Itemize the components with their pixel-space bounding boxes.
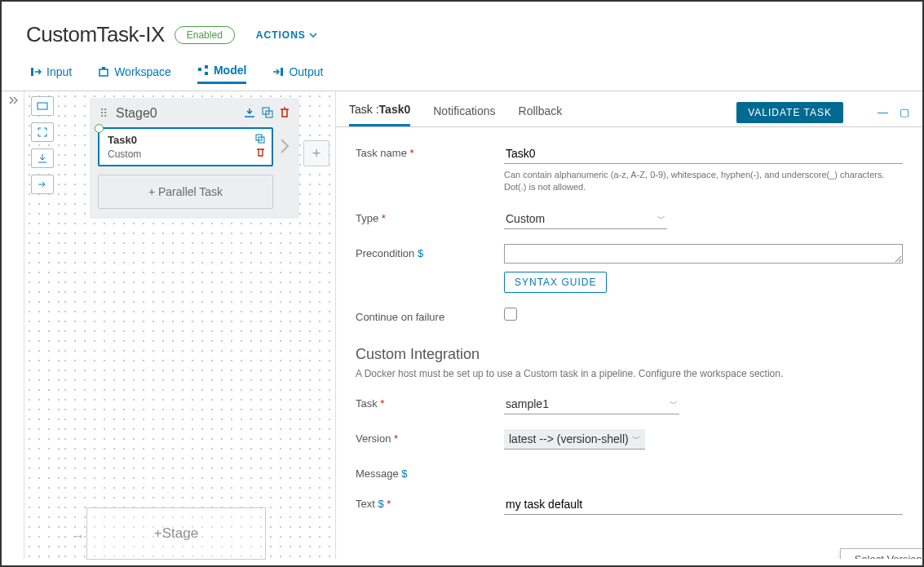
stage-card[interactable]: ⠿ Stage0 Task0 Custom <box>90 98 299 219</box>
svg-rect-4 <box>205 65 208 69</box>
task-name-hint: Can contain alphanumeric (a-z, A-Z, 0-9)… <box>504 169 903 194</box>
download-icon <box>38 153 47 163</box>
task-card[interactable]: Task0 Custom <box>98 127 273 166</box>
tab-model-label: Model <box>214 64 246 77</box>
stage-copy-icon[interactable] <box>262 107 273 121</box>
panel-tab-task-name: Task0 <box>379 103 411 116</box>
task-select-label: Task <box>356 394 494 410</box>
screen-icon <box>37 102 48 110</box>
task-select-value: sample1 <box>506 397 549 410</box>
tab-workspace[interactable]: Workspace <box>98 64 171 84</box>
tab-model[interactable]: Model <box>197 64 246 84</box>
task-select[interactable]: sample1 ﹀ <box>504 394 679 414</box>
version-select-value: latest --> (version-shell) <box>509 432 629 445</box>
stage-delete-icon[interactable] <box>280 107 290 121</box>
workspace-icon <box>98 66 109 78</box>
sequence-arrow-icon <box>280 137 291 155</box>
type-select-value: Custom <box>506 212 545 225</box>
drag-handle-icon[interactable]: ⠿ <box>99 107 109 120</box>
arrow-right-icon <box>38 180 47 188</box>
continue-on-failure-checkbox[interactable] <box>504 308 517 321</box>
validate-task-button[interactable]: VALIDATE TASK <box>736 102 843 123</box>
svg-rect-6 <box>281 68 283 76</box>
version-option-placeholder[interactable]: --Select Version-- <box>841 549 922 559</box>
stage-name: Stage0 <box>116 106 237 121</box>
chevron-down-icon <box>309 33 317 38</box>
tab-input-label: Input <box>46 65 72 78</box>
iconbar-arrow[interactable] <box>31 175 54 194</box>
task-name: Task0 <box>108 134 137 146</box>
task-status-icon <box>95 124 104 133</box>
maximize-icon[interactable]: ▢ <box>900 106 909 118</box>
precondition-label: Precondition <box>356 244 494 259</box>
svg-rect-1 <box>99 69 108 76</box>
version-dropdown-list: --Select Version-- latest --> (version-s… <box>840 548 922 559</box>
add-parallel-task-button[interactable]: + Parallel Task <box>98 175 273 209</box>
svg-rect-2 <box>102 67 105 69</box>
task-name-label: Task name <box>356 144 494 159</box>
model-icon <box>197 64 209 76</box>
text-label: Text $ * <box>356 494 494 510</box>
stage-flow-arrow-icon: → <box>70 528 85 545</box>
task-delete-icon[interactable] <box>256 148 265 160</box>
task-name-input[interactable] <box>504 144 903 164</box>
chevron-down-icon: ﹀ <box>657 213 665 224</box>
message-label: Message <box>356 464 494 480</box>
type-label: Type <box>356 209 494 224</box>
section-subtitle: A Docker host must be set up to use a Cu… <box>356 368 903 379</box>
output-icon <box>272 66 284 78</box>
precondition-input[interactable] <box>504 244 903 264</box>
add-stage-button[interactable]: +Stage <box>86 507 266 560</box>
task-copy-icon[interactable] <box>255 134 265 146</box>
input-icon <box>30 66 42 78</box>
chevron-down-icon: ﹀ <box>632 433 640 445</box>
section-title: Custom Integration <box>356 346 903 363</box>
fit-icon <box>38 127 47 137</box>
actions-menu[interactable]: ACTIONS <box>256 29 317 41</box>
panel-tab-notifications[interactable]: Notifications <box>433 100 495 126</box>
panel-tab-task[interactable]: Task :Task0 <box>349 98 410 126</box>
svg-rect-3 <box>198 68 201 71</box>
iconbar-screen[interactable] <box>31 96 54 116</box>
type-select[interactable]: Custom ﹀ <box>504 209 667 229</box>
continue-label: Continue on failure <box>356 308 494 323</box>
svg-rect-5 <box>205 72 208 75</box>
expand-gutter-icon[interactable] <box>8 96 18 104</box>
version-select[interactable]: latest --> (version-shell) ﹀ <box>504 429 645 450</box>
minimize-icon[interactable]: — <box>878 106 888 118</box>
svg-rect-7 <box>38 103 47 109</box>
task-type: Custom <box>108 148 141 160</box>
syntax-guide-button[interactable]: SYNTAX GUIDE <box>504 272 607 293</box>
tab-output-label: Output <box>289 65 323 78</box>
status-badge: Enabled <box>175 26 235 44</box>
version-label: Version <box>356 429 494 445</box>
tab-output[interactable]: Output <box>272 64 323 84</box>
tab-input[interactable]: Input <box>30 64 72 84</box>
tab-workspace-label: Workspace <box>114 65 171 78</box>
add-sequential-task-button[interactable]: + <box>303 140 329 166</box>
actions-label: ACTIONS <box>256 29 306 41</box>
stage-download-icon[interactable] <box>244 108 255 120</box>
chevron-down-icon: ﹀ <box>670 398 678 410</box>
panel-tab-task-prefix: Task : <box>349 103 379 116</box>
text-input[interactable] <box>504 494 903 515</box>
svg-rect-0 <box>31 68 33 76</box>
iconbar-fit[interactable] <box>31 122 54 142</box>
iconbar-download[interactable] <box>31 148 54 168</box>
panel-tab-rollback[interactable]: Rollback <box>519 100 563 126</box>
page-title: CustomTask-IX <box>26 22 165 47</box>
